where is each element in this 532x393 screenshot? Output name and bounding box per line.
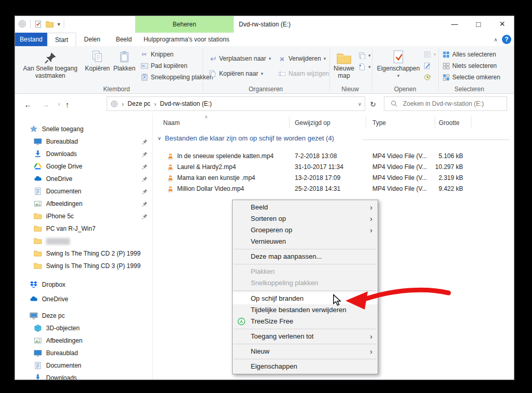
history-button[interactable] [423, 72, 431, 82]
move-to-button[interactable]: Verplaatsen naar ▾ [209, 53, 271, 64]
column-header-grootte[interactable]: Grootte [439, 117, 459, 129]
menu-item-op-schijf-branden[interactable]: Op schijf branden [233, 292, 378, 304]
sidebar-item-bureaublad-pc[interactable]: Bureaublad [15, 348, 152, 358]
new-folder-icon[interactable] [46, 20, 54, 28]
help-button[interactable]: ? [502, 35, 511, 44]
invert-selection-button[interactable]: Selectie omkeren [443, 72, 500, 82]
file-row[interactable]: In de sneeuw spelende katten.mp4 7-2-201… [153, 151, 514, 162]
divider[interactable] [366, 117, 366, 128]
tab-start[interactable]: Start [47, 33, 76, 46]
sidebar-item-pc-van-rj[interactable]: PC van R-J_Win7 [15, 223, 152, 234]
search-box[interactable] [384, 96, 507, 111]
file-group-header[interactable]: ∨ Bestanden die klaar zijn om op schijf … [157, 134, 334, 142]
new-folder-button[interactable]: Nieuwe map [332, 47, 356, 79]
forward-button[interactable]: → [40, 99, 51, 110]
sidebar-item-google-drive[interactable]: Google Drive [15, 161, 152, 172]
edit-button[interactable] [423, 61, 431, 71]
qat-customize-dropdown-icon[interactable]: ▾ [57, 21, 60, 27]
sidebar-item-deze-pc[interactable]: Deze pc [15, 311, 152, 321]
manage-context-tab[interactable]: Beheren [135, 16, 234, 33]
sidebar-item-iphone-5c[interactable]: iPhone 5c [15, 211, 152, 221]
onedrive-cloud-icon [34, 175, 42, 183]
divider [234, 249, 377, 249]
sidebar-item-blurred[interactable] [15, 236, 152, 246]
sidebar-item-downloads-pc[interactable]: Downloads [15, 373, 152, 380]
easy-access-button[interactable]: ▾ [358, 50, 371, 61]
select-all-button[interactable]: Alles selecteren [443, 49, 496, 60]
search-input[interactable] [402, 100, 502, 108]
menu-item-beeld[interactable]: Beeld› [233, 202, 378, 213]
file-row[interactable]: Mama kan een kunstje .mp4 13-2-2018 17:0… [153, 173, 514, 184]
quick-access-toolbar: ▾ [18, 20, 64, 28]
file-row[interactable]: Million Dollar Video.mp4 25-2-2018 14:31… [153, 184, 514, 194]
paste-button[interactable]: Plakken [111, 47, 137, 72]
divider[interactable] [471, 117, 471, 128]
sidebar-item-downloads[interactable]: Downloads [15, 149, 152, 159]
refresh-button[interactable]: ↻ [367, 99, 379, 110]
menu-item-eigenschappen[interactable]: Eigenschappen [233, 361, 378, 372]
menu-item-deze-map-aanpassen[interactable]: Deze map aanpassen... [233, 251, 378, 262]
sidebar-item-documenten-pc[interactable]: Documenten [15, 360, 152, 371]
breadcrumb-drive[interactable]: Dvd-rw-station (E:) [160, 100, 212, 107]
copy-path-button[interactable]: W.. Pad kopiëren [140, 61, 188, 71]
copy-to-button[interactable]: Kopiëren naar ▾ [209, 68, 263, 79]
sidebar-item-3d-objecten[interactable]: 3D-objecten [15, 323, 152, 333]
divider[interactable] [435, 117, 435, 128]
collapse-group-icon[interactable]: ∨ [157, 135, 161, 141]
properties-button[interactable]: Eigenschappen ▾ [376, 47, 421, 79]
back-button[interactable]: ← [22, 99, 34, 110]
new-item-button[interactable]: ▾ [358, 62, 371, 72]
rename-button[interactable]: Naam wijzigen [278, 68, 329, 79]
pin-to-quick-access-button[interactable]: Aan Snelle toegang vastmaken [17, 47, 83, 79]
open-button[interactable]: ▾ [423, 49, 436, 60]
divider [234, 359, 377, 359]
sidebar-item-label: Afbeeldingen [46, 200, 82, 207]
select-none-button[interactable]: Niets selecteren [443, 61, 497, 71]
address-bar[interactable]: › Deze pc › Dvd-rw-station (E:) ∨ [107, 96, 365, 111]
breadcrumb-deze-pc[interactable]: Deze pc [127, 100, 150, 107]
menu-item-toegang-verlenen-tot[interactable]: Toegang verlenen tot› [233, 331, 378, 342]
menu-item-groeperen-op[interactable]: Groeperen op› [233, 224, 378, 236]
sidebar-item-swing-cd3[interactable]: Swing Is The Thing CD 3 (P) 1999 [15, 261, 152, 271]
group-label-open: Openen [394, 86, 416, 93]
menu-item-sorteren-op[interactable]: Sorteren op› [233, 213, 378, 224]
minimize-button[interactable]: — [443, 16, 466, 32]
sidebar-item-onedrive[interactable]: OneDrive [15, 174, 152, 184]
sidebar-item-label: Downloads [46, 374, 77, 380]
sidebar-item-afbeeldingen[interactable]: Afbeeldingen [15, 199, 152, 209]
disc-icon [110, 100, 118, 108]
sidebar-item-bureaublad[interactable]: Bureaublad [15, 136, 152, 147]
close-button[interactable]: × [491, 16, 514, 32]
cut-button[interactable]: ✂ Knippen [140, 49, 174, 60]
sidebar-item-onedrive-root[interactable]: OneDrive [15, 294, 152, 304]
tab-delen[interactable]: Delen [76, 33, 108, 46]
tab-drive-tools[interactable]: Hulpprogramma's voor stations [139, 33, 234, 46]
menu-item-treesize-free[interactable]: TreeSize Free [233, 316, 378, 327]
divider[interactable] [289, 117, 290, 128]
tab-beeld[interactable]: Beeld [108, 33, 139, 46]
up-button[interactable]: ↑ [62, 99, 73, 110]
copy-button[interactable]: Kopiëren [83, 47, 111, 72]
sidebar-item-label: OneDrive [42, 296, 68, 303]
sidebar-item-afbeeldingen-pc[interactable]: Afbeeldingen [15, 335, 152, 346]
menu-item-vernieuwen[interactable]: Vernieuwen [233, 236, 378, 247]
column-header-gewijzigd-op[interactable]: Gewijzigd op [295, 117, 330, 129]
folder-icon [34, 262, 42, 270]
submenu-arrow-icon: › [370, 202, 372, 213]
delete-button[interactable]: × Verwijderen ▾ [278, 53, 326, 64]
collapse-ribbon-icon[interactable]: ∧ [490, 33, 502, 46]
sidebar-item-documenten[interactable]: Documenten [15, 186, 152, 197]
menu-item-tijdelijke-bestanden-verwijderen[interactable]: Tijdelijke bestanden verwijderen [233, 304, 378, 316]
maximize-button[interactable]: □ [467, 16, 490, 32]
column-header-naam[interactable]: Naam [163, 117, 180, 129]
properties-icon[interactable] [34, 20, 42, 28]
column-header-type[interactable]: Type [372, 117, 386, 129]
address-dropdown-icon[interactable]: ∨ [358, 101, 362, 107]
sidebar-item-swing-cd2[interactable]: Swing Is The Thing CD 2 (P) 1999 [15, 248, 152, 259]
tab-bestand[interactable]: Bestand [15, 33, 47, 46]
sidebar-item-quick-access[interactable]: Snelle toegang [15, 124, 152, 134]
menu-item-nieuw[interactable]: Nieuw› [233, 346, 378, 357]
sidebar-item-dropbox[interactable]: Dropbox [15, 279, 152, 290]
vlc-file-icon [166, 185, 175, 193]
file-row[interactable]: Laurel & Hardy2.mp4 31-10-2017 11:34 MP4… [153, 162, 514, 173]
